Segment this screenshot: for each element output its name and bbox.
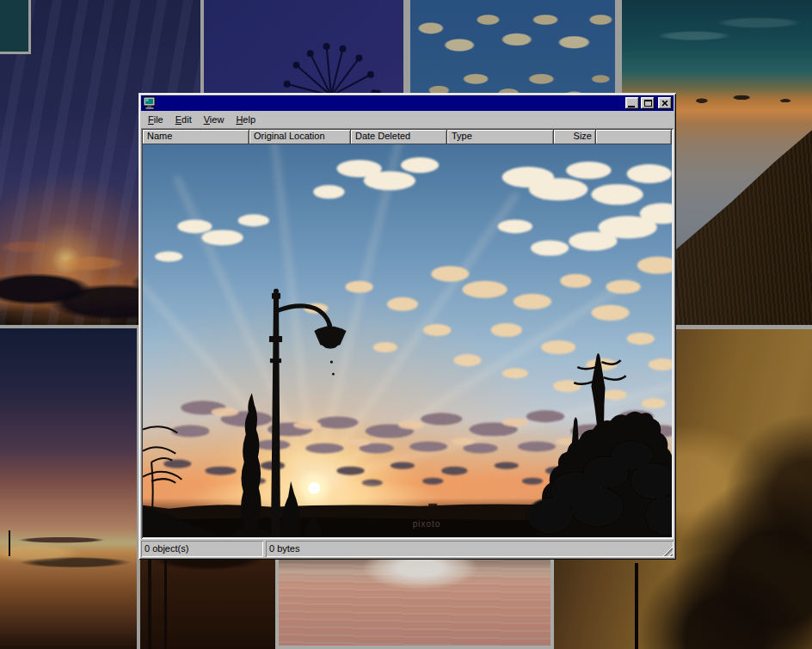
column-headers: Name Original Location Date Deleted Type… — [143, 130, 672, 144]
column-header-original-location[interactable]: Original Location — [249, 130, 351, 144]
folder-background-photo: pixoto — [143, 144, 672, 537]
sunset-lamp-scene — [143, 144, 672, 537]
menu-bar: File Edit View Help — [141, 111, 674, 128]
backdrop-photo-purple-lake — [0, 325, 140, 649]
water-pole-silhouette — [164, 554, 167, 649]
window-titlebar[interactable] — [141, 95, 674, 111]
status-bytes: 0 bytes — [266, 541, 674, 557]
close-icon — [661, 101, 668, 107]
column-header-size[interactable]: Size — [554, 130, 596, 144]
photo-watermark: pixoto — [413, 519, 441, 529]
menu-help[interactable]: Help — [230, 113, 261, 127]
menu-file[interactable]: File — [142, 113, 169, 127]
column-header-date-deleted[interactable]: Date Deleted — [351, 130, 447, 144]
amber-pole-silhouette — [635, 563, 638, 649]
computer-icon — [143, 96, 157, 110]
maximize-icon — [644, 100, 652, 107]
column-header-name[interactable]: Name — [143, 130, 249, 144]
desktop: File Edit View Help Name Original Locati… — [0, 0, 812, 649]
status-bar: 0 object(s) 0 bytes — [141, 541, 674, 557]
column-header-type[interactable]: Type — [447, 130, 554, 144]
close-button[interactable] — [658, 97, 672, 109]
lake-pole-silhouette — [9, 530, 10, 556]
status-objects: 0 object(s) — [141, 541, 263, 557]
menu-view[interactable]: View — [198, 113, 231, 127]
minimize-button[interactable] — [625, 97, 639, 109]
menu-edit[interactable]: Edit — [169, 113, 198, 127]
recycle-bin-window: File Edit View Help Name Original Locati… — [138, 93, 676, 560]
column-header-filler — [596, 130, 672, 144]
water-pole-silhouette — [148, 545, 151, 649]
minimize-icon — [628, 106, 635, 107]
file-list: Name Original Location Date Deleted Type… — [141, 128, 674, 539]
backdrop-photo-teal-corner — [0, 0, 31, 54]
maximize-button[interactable] — [641, 97, 655, 109]
